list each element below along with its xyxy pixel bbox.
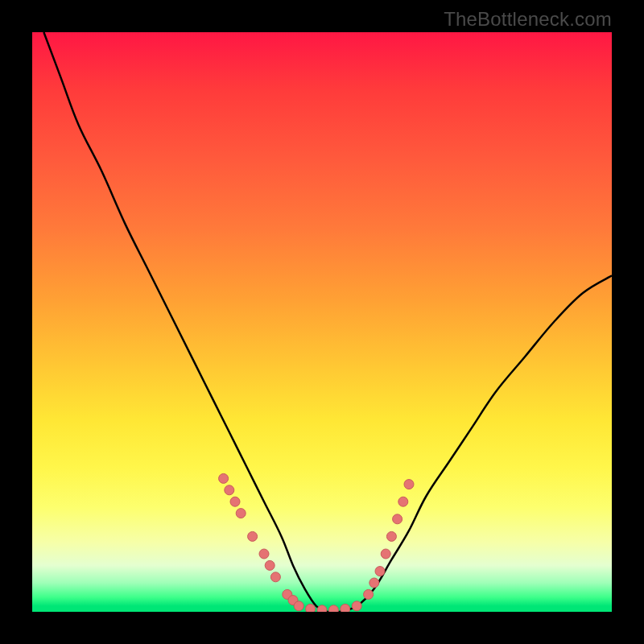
data-dot-right (386, 531, 396, 541)
data-dot-left (225, 485, 234, 495)
data-dot-right (381, 549, 390, 559)
data-dot-right (404, 480, 414, 489)
bottleneck-curve (43, 32, 612, 612)
watermark-text: TheBottleneck.com (444, 8, 612, 31)
data-dot-right (375, 567, 385, 576)
data-dot-left (270, 572, 280, 582)
data-dot-right (364, 589, 374, 599)
data-dot-left (248, 531, 258, 541)
data-dot-flat (294, 601, 303, 611)
data-dot-flat (306, 604, 316, 612)
chart-frame: TheBottleneck.com (0, 0, 644, 644)
data-dot-flat (328, 605, 338, 612)
data-dot-left (230, 497, 240, 506)
plot-area (32, 32, 612, 612)
data-dot-flat (352, 601, 361, 611)
data-dot-flat (341, 604, 350, 612)
bottleneck-curve-svg (32, 32, 612, 612)
data-dot-right (393, 514, 402, 524)
data-dot-left (219, 473, 229, 483)
data-dot-left (265, 560, 275, 570)
data-dot-right (398, 497, 408, 506)
data-dot-left (236, 509, 246, 518)
data-dot-left (259, 549, 269, 559)
data-dot-flat (317, 605, 327, 612)
data-dot-right (369, 578, 379, 588)
